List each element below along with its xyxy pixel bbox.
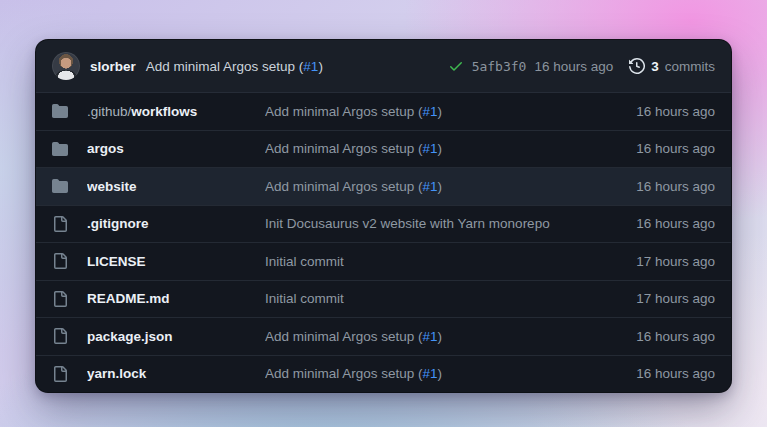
file-name-link[interactable]: package.json [87,329,265,344]
file-name: argos [87,141,124,156]
row-commit-message[interactable]: Add minimal Argos setup (#1) [265,366,636,381]
commits-label: commits [665,59,715,74]
row-time: 16 hours ago [636,366,715,381]
row-icon-cell [52,366,87,382]
row-commit-message[interactable]: Initial commit [265,291,636,306]
table-row[interactable]: README.md Initial commit 17 hours ago [36,280,731,318]
path-prefix[interactable]: .github/ [87,104,131,119]
commit-message-text: Add minimal Argos setup ( [146,59,304,74]
row-icon-cell [52,178,87,194]
commits-count: 3 [651,59,659,74]
commit-message[interactable]: Add minimal Argos setup (#1) [146,59,323,74]
row-pr-link[interactable]: #1 [423,366,438,381]
row-commit-message-suffix: ) [438,329,443,344]
row-commit-message-suffix: ) [438,141,443,156]
row-commit-message-text: Initial commit [265,291,344,306]
table-row[interactable]: package.json Add minimal Argos setup (#1… [36,317,731,355]
row-time: 16 hours ago [636,329,715,344]
commit-message-suffix: ) [318,59,323,74]
table-row[interactable]: .github/workflows Add minimal Argos setu… [36,93,731,130]
commit-hash[interactable]: 5afb3f0 [472,59,527,74]
row-commit-message[interactable]: Add minimal Argos setup (#1) [265,141,636,156]
row-icon-cell [52,328,87,344]
folder-icon [52,103,68,119]
row-commit-message[interactable]: Init Docusaurus v2 website with Yarn mon… [265,216,636,231]
file-icon [52,328,68,344]
row-commit-message-suffix: ) [438,366,443,381]
table-row[interactable]: yarn.lock Add minimal Argos setup (#1) 1… [36,355,731,393]
row-time: 16 hours ago [636,179,715,194]
row-commit-message[interactable]: Add minimal Argos setup (#1) [265,179,636,194]
file-name: LICENSE [87,254,146,269]
file-icon [52,253,68,269]
row-icon-cell [52,216,87,232]
pr-link[interactable]: #1 [303,59,318,74]
row-commit-message-text: Add minimal Argos setup ( [265,141,423,156]
file-name-link[interactable]: website [87,179,265,194]
latest-commit-bar: slorber Add minimal Argos setup (#1) 5af… [36,40,731,93]
file-name-link[interactable]: yarn.lock [87,366,265,381]
commit-meta: 5afb3f0 16 hours ago 3 commits [448,58,715,74]
folder-icon [52,178,68,194]
history-icon [629,58,645,74]
row-commit-message-text: Add minimal Argos setup ( [265,329,423,344]
row-commit-message[interactable]: Initial commit [265,254,636,269]
row-commit-message-suffix: ) [438,179,443,194]
file-name: README.md [87,291,170,306]
repo-file-browser: slorber Add minimal Argos setup (#1) 5af… [36,40,731,392]
commit-time: 16 hours ago [534,59,613,74]
file-icon [52,216,68,232]
row-time: 17 hours ago [636,291,715,306]
row-commit-message[interactable]: Add minimal Argos setup (#1) [265,329,636,344]
file-name-link[interactable]: README.md [87,291,265,306]
row-icon-cell [52,103,87,119]
file-name: package.json [87,329,173,344]
row-pr-link[interactable]: #1 [423,104,438,119]
row-pr-link[interactable]: #1 [423,141,438,156]
row-time: 17 hours ago [636,254,715,269]
table-row[interactable]: argos Add minimal Argos setup (#1) 16 ho… [36,130,731,168]
check-icon [448,58,464,74]
table-row[interactable]: website Add minimal Argos setup (#1) 16 … [36,167,731,205]
file-name-link[interactable]: .gitignore [87,216,265,231]
row-time: 16 hours ago [636,141,715,156]
file-name: .gitignore [87,216,149,231]
file-name: workflows [131,104,197,119]
row-pr-link[interactable]: #1 [423,329,438,344]
table-row[interactable]: .gitignore Init Docusaurus v2 website wi… [36,205,731,243]
table-row[interactable]: LICENSE Initial commit 17 hours ago [36,242,731,280]
folder-icon [52,141,68,157]
commit-author[interactable]: slorber [90,59,136,74]
row-commit-message-suffix: ) [438,104,443,119]
row-time: 16 hours ago [636,216,715,231]
row-commit-message[interactable]: Add minimal Argos setup (#1) [265,104,636,119]
row-icon-cell [52,253,87,269]
row-icon-cell [52,141,87,157]
file-table-body: .github/workflows Add minimal Argos setu… [36,93,731,392]
row-commit-message-text: Add minimal Argos setup ( [265,179,423,194]
file-icon [52,291,68,307]
row-icon-cell [52,291,87,307]
row-commit-message-text: Initial commit [265,254,344,269]
row-time: 16 hours ago [636,104,715,119]
row-commit-message-text: Add minimal Argos setup ( [265,366,423,381]
file-name-link[interactable]: .github/workflows [87,104,265,119]
file-name: yarn.lock [87,366,146,381]
file-icon [52,366,68,382]
commit-history-link[interactable]: 3 commits [629,58,715,74]
author-avatar[interactable] [52,52,80,80]
row-commit-message-text: Init Docusaurus v2 website with Yarn mon… [265,216,550,231]
row-commit-message-text: Add minimal Argos setup ( [265,104,423,119]
file-name-link[interactable]: argos [87,141,265,156]
file-name-link[interactable]: LICENSE [87,254,265,269]
file-name: website [87,179,137,194]
row-pr-link[interactable]: #1 [423,179,438,194]
